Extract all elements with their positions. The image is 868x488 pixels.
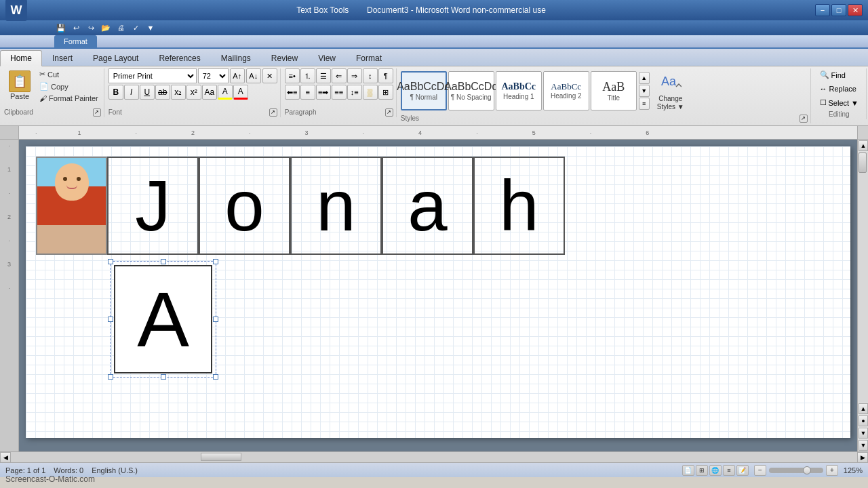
numbering-button[interactable]: ⒈ [300, 68, 315, 83]
handle-tc[interactable] [161, 259, 166, 264]
change-styles-button[interactable]: Aa ChangeStyles ▼ [650, 68, 691, 113]
open-quick-btn[interactable]: 📂 [99, 22, 113, 34]
borders-button[interactable]: ⊞ [378, 85, 393, 100]
font-expand-button[interactable]: ↗ [269, 108, 277, 117]
style-normal[interactable]: AaBbCcDd ¶ Normal [401, 71, 447, 110]
sort-button[interactable]: ↕ [363, 68, 378, 83]
font-size-select[interactable]: 72 [198, 68, 229, 83]
line-spacing-button[interactable]: ↕≡ [347, 85, 362, 100]
tab-review[interactable]: Review [261, 50, 308, 66]
multilevel-button[interactable]: ☰ [316, 68, 331, 83]
spell-quick-btn[interactable]: ✓ [129, 22, 142, 34]
shading-button[interactable]: ▒ [363, 85, 378, 100]
clipboard-expand-button[interactable]: ↗ [93, 108, 101, 117]
bold-button[interactable]: B [108, 85, 123, 100]
align-right-button[interactable]: ≡➡ [316, 85, 331, 100]
undo-quick-btn[interactable]: ↩ [69, 22, 83, 34]
para-row-2: ⬅≡ ≡ ≡➡ ≡≡ ↕≡ ▒ ⊞ [285, 85, 393, 100]
next-page-button[interactable]: ▼ [859, 428, 868, 439]
align-left-button[interactable]: ⬅≡ [285, 85, 300, 100]
handle-mr[interactable] [213, 317, 218, 322]
zoom-thumb[interactable] [803, 466, 811, 474]
scroll-right-button[interactable]: ▶ [857, 452, 868, 463]
zoom-in-button[interactable]: + [826, 465, 838, 476]
increase-indent-button[interactable]: ⇒ [347, 68, 362, 83]
tab-references[interactable]: References [149, 50, 210, 66]
cut-button[interactable]: ✂ Cut [37, 68, 101, 80]
more-quick-btn[interactable]: ▼ [144, 22, 157, 34]
handle-ml[interactable] [108, 317, 113, 322]
scroll-left-button[interactable]: ◀ [0, 452, 11, 463]
position-button[interactable]: ● [859, 415, 868, 426]
style-heading2[interactable]: AaBbCc Heading 2 [543, 71, 589, 110]
font-color-button[interactable]: A [233, 85, 248, 100]
scroll-thumb[interactable] [859, 152, 867, 173]
prev-page-button[interactable]: ▲ [859, 403, 868, 414]
style-scroll-up[interactable]: ▲ [639, 72, 650, 84]
style-scroll-down[interactable]: ▼ [639, 85, 650, 97]
save-quick-btn[interactable]: 💾 [54, 22, 68, 34]
zoom-slider[interactable] [769, 468, 823, 473]
bullets-button[interactable]: ≡• [285, 68, 300, 83]
format-tab[interactable]: Format [54, 35, 97, 47]
name-row: J o n a h [36, 157, 840, 255]
zoom-out-button[interactable]: − [754, 465, 766, 476]
subscript-button[interactable]: x₂ [171, 85, 186, 100]
styles-expand-button[interactable]: ↗ [800, 115, 808, 123]
h-scroll-thumb[interactable] [201, 453, 241, 461]
tab-view[interactable]: View [308, 50, 346, 66]
text-box[interactable]: A [114, 265, 212, 373]
select-button[interactable]: ☐ Select ▼ [815, 96, 863, 109]
copy-button[interactable]: 📄 Copy [37, 81, 101, 92]
format-painter-button[interactable]: 🖌 Format Painter [37, 93, 101, 104]
italic-button[interactable]: I [124, 85, 139, 100]
close-button[interactable]: ✕ [848, 4, 863, 16]
left-ruler: ·1·2·3· [0, 140, 19, 451]
document-scroll-area[interactable]: J o n a h [19, 140, 857, 451]
scroll-down-button[interactable]: ▼ [859, 440, 868, 451]
clear-format-button[interactable]: ✕ [262, 68, 277, 83]
para-expand-button[interactable]: ↗ [385, 108, 393, 117]
status-right: 📄 ⊞ 🌐 ≡ 📝 − + 125% [682, 465, 863, 476]
style-title[interactable]: AaB Title [591, 71, 637, 110]
strikethrough-button[interactable]: ab [155, 85, 170, 100]
full-screen-btn[interactable]: ⊞ [696, 465, 708, 476]
minimize-button[interactable]: − [815, 4, 830, 16]
select-dropdown-icon: ▼ [851, 99, 859, 107]
handle-tl[interactable] [108, 259, 113, 264]
tab-insert[interactable]: Insert [42, 50, 83, 66]
scroll-up-button[interactable]: ▲ [859, 140, 868, 151]
print-quick-btn[interactable]: 🖨 [114, 22, 127, 34]
handle-tr[interactable] [213, 259, 218, 264]
print-layout-btn[interactable]: 📄 [682, 465, 694, 476]
font-grow-button[interactable]: A↑ [230, 68, 245, 83]
style-heading1[interactable]: AaBbCc Heading 1 [496, 71, 542, 110]
tab-mailings[interactable]: Mailings [211, 50, 261, 66]
superscript-button[interactable]: x² [186, 85, 201, 100]
paste-button[interactable]: 📋 Paste [4, 68, 35, 104]
case-button[interactable]: Aa [202, 85, 217, 100]
justify-button[interactable]: ≡≡ [332, 85, 347, 100]
font-name-select[interactable]: Primer Print [108, 68, 197, 83]
style-scroll-more[interactable]: ≡ [639, 98, 650, 110]
font-shrink-button[interactable]: A↓ [246, 68, 261, 83]
style-no-spacing[interactable]: AaBbCcDd ¶ No Spacing [448, 71, 494, 110]
horizontal-scrollbar[interactable]: ◀ ▶ [0, 451, 868, 462]
underline-button[interactable]: U [140, 85, 155, 100]
web-layout-btn[interactable]: 🌐 [709, 465, 722, 476]
tab-home[interactable]: Home [0, 50, 42, 66]
draft-btn[interactable]: 📝 [736, 465, 749, 476]
redo-quick-btn[interactable]: ↪ [84, 22, 98, 34]
vertical-scrollbar[interactable]: ▲ ▲ ● ▼ ▼ [857, 140, 868, 451]
show-hide-button[interactable]: ¶ [378, 68, 393, 83]
replace-button[interactable]: ↔ Replace [815, 83, 863, 95]
highlight-button[interactable]: A [218, 85, 233, 100]
find-button[interactable]: 🔍 Find [815, 68, 863, 81]
outline-btn[interactable]: ≡ [723, 465, 735, 476]
tab-format[interactable]: Format [346, 50, 392, 66]
maximize-button[interactable]: □ [831, 4, 846, 16]
decrease-indent-button[interactable]: ⇐ [332, 68, 347, 83]
tab-page-layout[interactable]: Page Layout [83, 50, 149, 66]
scroll-track [858, 152, 868, 403]
center-button[interactable]: ≡ [300, 85, 315, 100]
